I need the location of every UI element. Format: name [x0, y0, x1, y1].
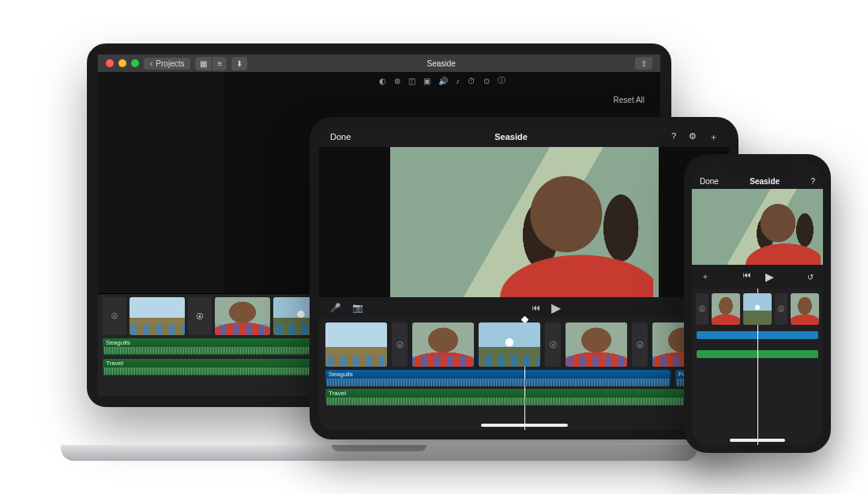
settings-icon[interactable]: ⚙ [689, 131, 697, 143]
project-title: Seaside [351, 132, 671, 141]
project-title: Seaside [252, 59, 630, 68]
audio-track[interactable]: Seagulls [325, 370, 671, 386]
titlebar: ‹ Projects ▦ ≡ ⬇ Seaside ⇪ [98, 55, 660, 72]
home-indicator[interactable] [730, 439, 785, 442]
done-button[interactable]: Done [700, 177, 719, 186]
macbook-notch [332, 445, 426, 451]
camera-icon[interactable]: 📷 [352, 303, 363, 313]
preview-frame [692, 189, 823, 265]
playback-bar: ＋ ⏮ ▶ ↺ [692, 265, 823, 288]
waveform [327, 379, 669, 387]
back-label: Projects [156, 59, 184, 68]
help-icon[interactable]: ? [810, 177, 815, 186]
video-clip[interactable] [325, 322, 387, 367]
fullscreen-icon[interactable] [131, 59, 139, 67]
playback-bar: 🎤 📷 ⏮ ▶ [319, 297, 729, 318]
microphone-icon[interactable]: 🎤 [330, 303, 341, 313]
chevron-left-icon: ‹ [150, 59, 152, 68]
video-track[interactable]: ⦾ ⦾ ⦾ [325, 322, 723, 367]
video-clip[interactable] [215, 297, 270, 335]
video-clip[interactable] [566, 322, 627, 367]
transition-clip[interactable]: ⦾ [632, 322, 648, 367]
imovie-ipad-app: Done Seaside ? ⚙ ＋ 🎤 📷 ⏮ ▶ [319, 126, 729, 430]
transition-clip[interactable]: ⦾ [696, 293, 708, 325]
list-icon[interactable]: ≡ [212, 57, 227, 70]
macbook-base [61, 445, 697, 461]
media-library-panel[interactable] [98, 72, 224, 293]
filter-icon[interactable]: ⊙ [483, 77, 490, 85]
transition-clip[interactable]: ⦿ [188, 297, 212, 335]
play-icon[interactable]: ▶ [765, 270, 774, 283]
viewer-toolbar: ◐ ⊛ ◫ ▣ 🔊 ♪ ⏱ ⊙ ⓘ [224, 72, 660, 89]
video-clip[interactable] [743, 293, 772, 325]
preview-frame [390, 147, 659, 297]
share-icon: ⇪ [641, 59, 647, 68]
volume-icon[interactable]: 🔊 [438, 77, 448, 85]
window-controls[interactable] [106, 59, 139, 67]
video-clip[interactable] [412, 322, 474, 367]
close-icon[interactable] [106, 59, 114, 67]
ipad-device: Done Seaside ? ⚙ ＋ 🎤 📷 ⏮ ▶ [310, 117, 738, 439]
download-icon: ⬇ [231, 57, 247, 70]
video-track[interactable]: ⦾ ⦾ [697, 293, 818, 325]
library-view-toggle[interactable]: ▦ ≡ [195, 57, 227, 70]
play-icon[interactable]: ▶ [551, 300, 561, 315]
imovie-iphone-app: Done Seaside ? ＋ ⏮ ▶ ↺ ⦾ [692, 162, 823, 445]
reset-all-button[interactable]: Reset All [614, 96, 644, 104]
info-icon[interactable]: ⓘ [498, 75, 505, 86]
undo-icon[interactable]: ↺ [807, 273, 814, 281]
crop-icon[interactable]: ◫ [408, 77, 415, 85]
color-balance-icon[interactable]: ◐ [379, 77, 386, 85]
preview-image [390, 147, 659, 297]
speed-icon[interactable]: ⏱ [468, 77, 475, 85]
audio-track-label: Seagulls [325, 370, 671, 379]
video-clip[interactable] [479, 322, 540, 367]
noise-icon[interactable]: ♪ [456, 77, 460, 85]
video-clip[interactable] [130, 297, 185, 335]
transition-clip[interactable]: ⦾ [103, 297, 126, 335]
help-icon[interactable]: ? [671, 131, 676, 143]
grid-icon[interactable]: ▦ [195, 57, 212, 70]
transition-clip[interactable]: ⦾ [775, 293, 787, 325]
waveform [327, 398, 721, 405]
iphone-device: Done Seaside ? ＋ ⏮ ▶ ↺ ⦾ [684, 154, 831, 453]
nav-bar: Done Seaside ? ⚙ ＋ [319, 126, 729, 147]
iphone-notch [726, 162, 789, 176]
transition-clip[interactable]: ⦾ [545, 322, 561, 367]
home-indicator[interactable] [481, 424, 568, 427]
add-icon[interactable]: ＋ [709, 131, 718, 143]
transition-clip[interactable]: ⦾ [392, 322, 408, 367]
preview-image [692, 189, 823, 265]
stabilize-icon[interactable]: ▣ [423, 77, 430, 85]
viewer-panel[interactable] [319, 147, 729, 297]
share-button[interactable]: ⇪ [635, 57, 652, 70]
minimize-icon[interactable] [118, 59, 126, 67]
timeline-panel[interactable]: ⦾ ⦾ ⦾ Seagulls Fog Horn [319, 318, 729, 430]
project-title: Seaside [719, 177, 811, 186]
done-button[interactable]: Done [330, 132, 351, 141]
back-button[interactable]: ‹ Projects [144, 58, 190, 70]
viewer-panel[interactable] [692, 189, 823, 265]
timeline-panel[interactable]: ⦾ ⦾ [692, 288, 823, 445]
video-clip[interactable] [791, 293, 819, 325]
add-icon[interactable]: ＋ [701, 271, 709, 282]
color-correct-icon[interactable]: ⊛ [394, 77, 400, 85]
skip-back-icon[interactable]: ⏮ [743, 270, 751, 283]
video-clip[interactable] [712, 293, 740, 325]
skip-back-icon[interactable]: ⏮ [532, 303, 540, 312]
import-button[interactable]: ⬇ [231, 57, 247, 70]
